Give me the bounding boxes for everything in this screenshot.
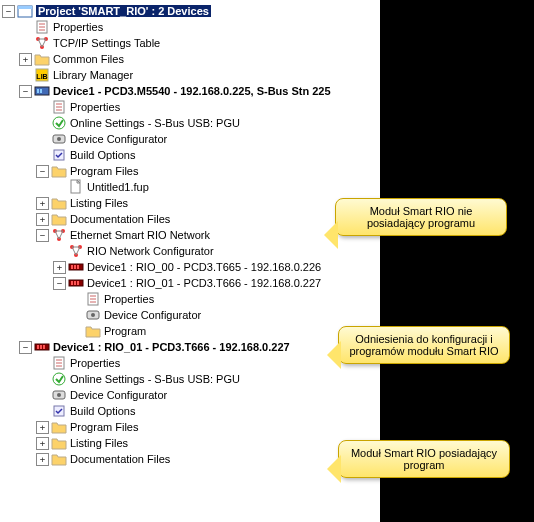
label: Online Settings - S-Bus USB: PGU [70,373,240,385]
file-icon [68,179,84,195]
tcpip-node[interactable]: TCP/IP Settings Table [0,35,380,51]
rio01-config[interactable]: Device Configurator [0,307,380,323]
label: Device1 - PCD3.M5540 - 192.168.0.225, S-… [53,85,331,97]
build-icon [51,403,67,419]
label: Device Configurator [70,389,167,401]
rio-icon [68,275,84,291]
callout-no-program: Moduł Smart RIO nie posiadający programu [335,198,507,236]
expand-toggle[interactable]: + [36,421,49,434]
expand-toggle[interactable]: + [53,261,66,274]
dev1-program-files[interactable]: −Program Files [0,163,380,179]
dev1-properties[interactable]: Properties [0,99,380,115]
folder-icon [51,163,67,179]
dev2-build[interactable]: Build Options [0,403,380,419]
expand-toggle[interactable]: + [36,453,49,466]
label: Program [104,325,146,337]
label: Program Files [70,421,138,433]
network-icon [68,243,84,259]
config-icon [51,131,67,147]
expand-toggle[interactable]: + [36,213,49,226]
folder-icon [51,451,67,467]
label: Device Configurator [104,309,201,321]
label: TCP/IP Settings Table [53,37,160,49]
config-icon [85,307,101,323]
rio01-properties[interactable]: Properties [0,291,380,307]
properties-icon [51,99,67,115]
label: Properties [70,357,120,369]
expand-toggle[interactable]: + [36,437,49,450]
root-node[interactable]: − Project 'SMART_RIO' : 2 Devices [0,3,380,19]
online-icon [51,371,67,387]
label: RIO Network Configurator [87,245,214,257]
rio-icon [68,259,84,275]
device-icon [34,83,50,99]
dev2-online[interactable]: Online Settings - S-Bus USB: PGU [0,371,380,387]
label: Device1 : RIO_01 - PCD3.T666 - 192.168.0… [87,277,321,289]
project-icon [17,3,33,19]
callout-text: Moduł Smart RIO nie posiadający programu [367,205,475,229]
folder-icon [51,211,67,227]
library-icon [34,67,50,83]
expand-toggle[interactable]: + [19,53,32,66]
label: Properties [53,21,103,33]
library-manager-node[interactable]: Library Manager [0,67,380,83]
properties-icon [51,355,67,371]
online-icon [51,115,67,131]
label: Common Files [53,53,124,65]
tree-view: LIB − Project 'SMART_RIO' : 2 Devices Pr… [0,0,380,522]
dev1-config[interactable]: Device Configurator [0,131,380,147]
label: Library Manager [53,69,133,81]
label: Device1 : RIO_01 - PCD3.T666 - 192.168.0… [53,341,290,353]
dev1-fup-file[interactable]: Untitled1.fup [0,179,380,195]
folder-icon [51,195,67,211]
label: Ethernet Smart RIO Network [70,229,210,241]
label: Properties [70,101,120,113]
build-icon [51,147,67,163]
expand-toggle[interactable]: − [19,341,32,354]
expand-toggle[interactable]: − [19,85,32,98]
properties-icon [34,19,50,35]
folder-icon [34,51,50,67]
network-icon [51,227,67,243]
folder-icon [51,419,67,435]
expand-toggle[interactable]: − [36,165,49,178]
label: Documentation Files [70,453,170,465]
common-files-node[interactable]: + Common Files [0,51,380,67]
expand-toggle[interactable]: − [2,5,15,18]
dev2-program-files[interactable]: +Program Files [0,419,380,435]
label: Untitled1.fup [87,181,149,193]
expand-toggle[interactable]: − [36,229,49,242]
dev2-listing[interactable]: +Listing Files [0,435,380,451]
label: Online Settings - S-Bus USB: PGU [70,117,240,129]
config-icon [51,387,67,403]
properties-icon [85,291,101,307]
callout-text: Odniesienia do konfiguracji i programów … [349,333,498,357]
label: Build Options [70,405,135,417]
dev1-listing[interactable]: +Listing Files [0,195,380,211]
expand-toggle[interactable]: − [53,277,66,290]
callout-references: Odniesienia do konfiguracji i programów … [338,326,510,364]
rio01-node[interactable]: −Device1 : RIO_01 - PCD3.T666 - 192.168.… [0,275,380,291]
callout-has-program: Moduł Smart RIO posiadający program [338,440,510,478]
expand-toggle[interactable]: + [36,197,49,210]
network-icon [34,35,50,51]
rio01-program[interactable]: Program [0,323,380,339]
label: Device1 : RIO_00 - PCD3.T665 - 192.168.0… [87,261,321,273]
properties-node[interactable]: Properties [0,19,380,35]
rio-icon [34,339,50,355]
label: Listing Files [70,197,128,209]
dev1-build[interactable]: Build Options [0,147,380,163]
label: Program Files [70,165,138,177]
label: Properties [104,293,154,305]
rio00-node[interactable]: +Device1 : RIO_00 - PCD3.T665 - 192.168.… [0,259,380,275]
folder-icon [51,435,67,451]
folder-icon [85,323,101,339]
dev2-config[interactable]: Device Configurator [0,387,380,403]
label: Device Configurator [70,133,167,145]
label: Build Options [70,149,135,161]
callout-text: Moduł Smart RIO posiadający program [351,447,497,471]
root-label: Project 'SMART_RIO' : 2 Devices [36,5,211,17]
dev1-online[interactable]: Online Settings - S-Bus USB: PGU [0,115,380,131]
label: Documentation Files [70,213,170,225]
device1-node[interactable]: − Device1 - PCD3.M5540 - 192.168.0.225, … [0,83,380,99]
